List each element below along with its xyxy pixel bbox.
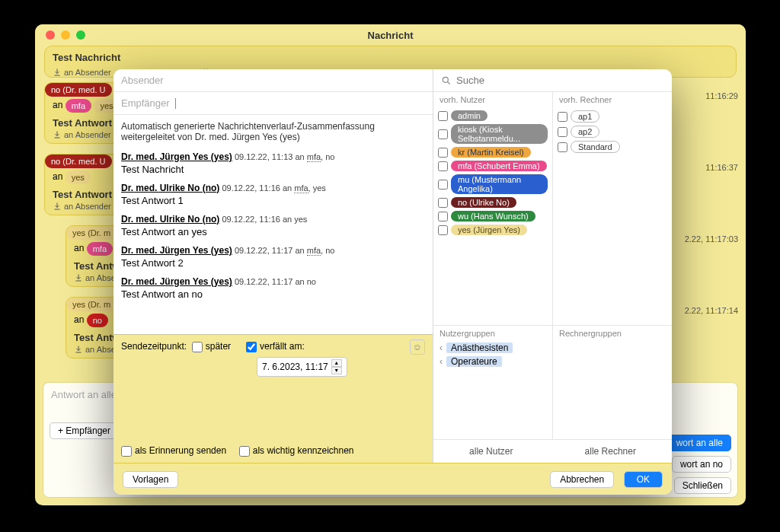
templates-button[interactable]: Vorlagen <box>123 471 178 488</box>
thread-entry: Dr. med. Ulrike No (no) 09.12.22, 11:16 … <box>121 214 425 237</box>
timestamp: 11:16:29 <box>705 91 738 100</box>
recipient-input[interactable] <box>175 98 328 109</box>
tag-yes: yes <box>66 170 91 184</box>
thread-author[interactable]: Dr. med. Jürgen Yes (yes) <box>121 276 232 287</box>
host-checkbox[interactable] <box>558 127 567 137</box>
thread-author[interactable]: Dr. med. Ulrike No (no) <box>121 214 219 225</box>
thread-entry: Dr. med. Ulrike No (no) 09.12.22, 11:16 … <box>121 183 425 206</box>
date-stepper[interactable]: ▲▼ <box>331 359 342 374</box>
host-row[interactable]: Standard <box>558 139 667 155</box>
user-group-item[interactable]: ‹Anästhesisten <box>433 341 552 355</box>
host-checkbox[interactable] <box>558 142 567 152</box>
expiry-date-field[interactable]: 7. 6.2023, 11:17 ▲▼ <box>257 357 347 377</box>
recipient-field[interactable]: Empfänger <box>113 92 433 115</box>
thread-body: Test Antwort an yes <box>121 226 425 237</box>
host-row[interactable]: ap2 <box>558 124 667 139</box>
user-checkbox[interactable] <box>438 129 448 139</box>
later-checkbox[interactable] <box>192 342 203 352</box>
thread-author[interactable]: Dr. med. Jürgen Yes (yes) <box>121 245 232 256</box>
modal-footer: Vorlagen Abbrechen OK <box>113 463 672 495</box>
host-row[interactable]: ap1 <box>558 109 667 124</box>
user-checkbox[interactable] <box>438 180 448 190</box>
tag-no: no <box>87 314 108 327</box>
user-row[interactable]: yes (Jürgen Yes) <box>438 223 548 237</box>
user-checkbox[interactable] <box>438 111 448 121</box>
titlebar: Nachricht <box>35 24 746 46</box>
maximize-window-button[interactable] <box>76 30 85 40</box>
expires-checkbox[interactable] <box>246 342 257 352</box>
user-tag: yes (Jürgen Yes) <box>451 225 527 235</box>
thread-body: Test Antwort 1 <box>121 195 425 206</box>
thread-author[interactable]: Dr. med. Ulrike No (no) <box>121 183 219 193</box>
thread-body: Test Antwort an no <box>121 288 425 300</box>
user-row[interactable]: wu (Hans Wunsch) <box>438 209 548 223</box>
host-checkbox[interactable] <box>558 112 567 122</box>
ok-button[interactable]: OK <box>624 471 663 488</box>
modal-right-panel: vorh. Nutzer adminkiosk (Kiosk Selbstanm… <box>433 69 672 463</box>
user-row[interactable]: admin <box>438 109 548 123</box>
user-checkbox[interactable] <box>438 212 448 221</box>
all-hosts-button[interactable]: alle Rechner <box>585 446 636 457</box>
user-tag: kr (Martin Kreisel) <box>451 147 531 158</box>
tb-an-absender[interactable]: an Absender <box>53 68 111 77</box>
add-recipient-button[interactable]: + Empfänger <box>50 422 119 439</box>
search-input[interactable] <box>456 75 664 86</box>
stepper-up-icon: ▲ <box>331 359 342 367</box>
host-tag: ap1 <box>571 110 599 123</box>
reply-header-pill: no (Dr. med. U <box>45 83 112 97</box>
host-tag: Standard <box>571 141 620 153</box>
user-tag: admin <box>451 110 488 121</box>
user-tag: wu (Hans Wunsch) <box>451 211 535 221</box>
close-window-button[interactable] <box>46 30 55 40</box>
modal-left-panel: Absender Empfänger Automatisch generiert… <box>113 69 433 463</box>
traffic-lights <box>35 30 85 40</box>
reply-all-button[interactable]: wort an alle <box>668 435 731 451</box>
send-time-panel: ☺ Sendezeitpunkt: später verfällt am: 7.… <box>113 334 433 463</box>
thread-body: Test Antwort 2 <box>121 257 425 269</box>
users-column-header: vorh. Nutzer <box>433 92 552 107</box>
minimize-window-button[interactable] <box>61 30 70 40</box>
user-tag: mfa (Schubert Emma) <box>451 161 547 171</box>
user-row[interactable]: kr (Martin Kreisel) <box>438 145 548 159</box>
stepper-down-icon: ▼ <box>331 367 342 374</box>
user-tag: no (Ulrike No) <box>451 197 516 208</box>
user-checkbox[interactable] <box>438 148 448 158</box>
important-checkbox[interactable] <box>239 446 250 457</box>
emoji-button[interactable]: ☺ <box>410 339 425 355</box>
thread-author[interactable]: Dr. med. Jürgen Yes (yes) <box>121 151 232 162</box>
thread-entry: Dr. med. Jürgen Yes (yes) 09.12.22, 11:1… <box>121 276 425 300</box>
cancel-button[interactable]: Abbrechen <box>550 471 614 488</box>
user-row[interactable]: mfa (Schubert Emma) <box>438 159 548 173</box>
host-tag: ap2 <box>571 126 599 138</box>
search-icon <box>441 75 452 86</box>
sender-field[interactable]: Absender <box>113 69 433 92</box>
close-button[interactable]: Schließen <box>674 477 731 494</box>
hosts-column-header: vorh. Rechner <box>553 92 672 107</box>
user-tag: kiosk (Kiosk Selbstanmeldu... <box>451 124 548 144</box>
chevron-left-icon: ‹ <box>440 356 443 367</box>
user-group-item[interactable]: ‹Operateure <box>433 355 552 368</box>
tag-mfa: mfa <box>66 99 91 113</box>
user-tag: mu (Mustermann Angelika) <box>451 174 548 194</box>
user-row[interactable]: no (Ulrike No) <box>438 196 548 209</box>
message-thread: Automatisch generierte Nachrichtenverlau… <box>113 115 433 334</box>
user-row[interactable]: mu (Mustermann Angelika) <box>438 173 548 196</box>
host-groups-header: Rechnergruppen <box>553 326 672 341</box>
chevron-left-icon: ‹ <box>440 342 443 353</box>
reply-no-button[interactable]: wort an no <box>672 456 731 473</box>
compose-modal: Absender Empfänger Automatisch generiert… <box>113 69 672 495</box>
thread-entry: Dr. med. Jürgen Yes (yes) 09.12.22, 11:1… <box>121 151 425 175</box>
svg-point-1 <box>443 77 448 82</box>
user-checkbox[interactable] <box>438 198 448 208</box>
user-checkbox[interactable] <box>438 161 448 171</box>
all-users-button[interactable]: alle Nutzer <box>469 446 513 457</box>
thread-body: Test Nachricht <box>121 164 425 175</box>
user-row[interactable]: kiosk (Kiosk Selbstanmeldu... <box>438 123 548 145</box>
user-groups-header: Nutzergruppen <box>433 326 552 341</box>
user-checkbox[interactable] <box>438 225 448 235</box>
window-title: Nachricht <box>368 30 414 41</box>
reminder-checkbox[interactable] <box>121 446 132 457</box>
main-message-title: Test Nachricht <box>53 50 728 65</box>
thread-entry: Dr. med. Jürgen Yes (yes) 09.12.22, 11:1… <box>121 245 425 269</box>
